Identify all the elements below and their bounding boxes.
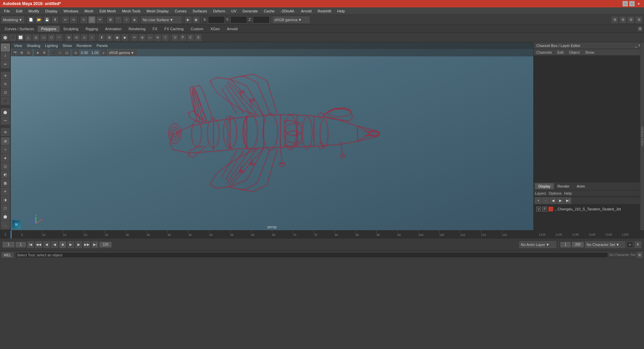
rotate-tool-btn[interactable]: ↻ (1, 80, 10, 88)
layer-color-swatch[interactable] (548, 207, 553, 211)
script-editor-btn[interactable]: ⚙ (637, 252, 643, 258)
layer-new-btn[interactable]: + (535, 197, 542, 204)
go-start-btn[interactable]: |◀ (27, 241, 34, 248)
menu-file[interactable]: File (1, 8, 13, 14)
secondary-timeline[interactable]: 1125 1130 1135 1140 1145 1150 (533, 231, 644, 239)
tab-polygons[interactable]: Polygons (38, 26, 59, 32)
sphere-icon[interactable]: ⬤ (1, 34, 9, 41)
menu-help[interactable]: Help (334, 8, 347, 14)
menu-curves[interactable]: Curves (172, 8, 189, 14)
bp-layers-subtab[interactable]: Layers (535, 191, 546, 195)
menu-surfaces[interactable]: Surfaces (190, 8, 210, 14)
maximize-button[interactable]: □ (629, 1, 635, 6)
menu-mesh-display[interactable]: Mesh Display (144, 8, 171, 14)
layer-type[interactable]: P (542, 207, 547, 211)
menu-arnold[interactable]: Arnold (298, 8, 314, 14)
range-start-input[interactable] (16, 242, 26, 247)
undo-icon[interactable]: ↩ (62, 16, 69, 23)
play-back-btn[interactable]: ◀ (51, 241, 58, 248)
helix-icon[interactable]: 〰 (55, 34, 63, 41)
boolean-diff-icon[interactable]: ∩ (88, 34, 96, 41)
bp-render-tab[interactable]: Render (554, 183, 573, 189)
layer-next-btn[interactable]: ▶ (557, 197, 564, 204)
cb-show-tab[interactable]: Show (584, 50, 596, 55)
next-key-btn[interactable]: ▶ (75, 241, 82, 248)
plane-icon[interactable]: ▭ (40, 34, 47, 41)
wireframe-btn[interactable]: ◫ (1, 162, 10, 170)
snap-grid-btn[interactable]: ⊞ (1, 137, 10, 145)
anim-layer-dropdown[interactable]: No Anim Layer ▼ (519, 241, 556, 248)
xray-btn[interactable]: ⬡ (1, 204, 10, 212)
layer-end-btn[interactable]: ▶| (565, 197, 571, 204)
mel-mode-button[interactable]: MEL (1, 252, 14, 258)
bp-display-tab[interactable]: Display (535, 183, 554, 189)
settings-icon2[interactable]: ⚙ (619, 16, 627, 23)
snap-curve-icon[interactable]: ⌒ (115, 16, 122, 23)
open-scene-icon[interactable]: 📂 (35, 16, 43, 23)
menu-deform[interactable]: Deform (210, 8, 228, 14)
more-btn[interactable]: … (1, 221, 10, 229)
tab-animation[interactable]: Animation (102, 26, 125, 32)
soft-mod-tool-btn[interactable]: ⬤ (1, 108, 10, 116)
prev-key-btn[interactable]: ◀ (43, 241, 50, 248)
current-frame-input[interactable] (3, 242, 14, 247)
lasso-select-icon[interactable]: ⬡ (88, 16, 96, 23)
tab-fx[interactable]: FX (149, 26, 161, 32)
sculpt-tool-btn[interactable]: 〜 (1, 117, 10, 124)
character-set-dropdown[interactable]: No Character Set ▼ (585, 241, 625, 248)
bp-anim-tab[interactable]: Anim (573, 183, 588, 189)
go-end-btn[interactable]: ▶| (92, 241, 98, 248)
close-button[interactable]: ✕ (636, 1, 641, 6)
render-icon[interactable]: ▶ (184, 16, 192, 23)
combine-icon[interactable]: ⊕ (65, 34, 72, 41)
autokey-btn[interactable]: ● (627, 241, 633, 248)
channel-box-minimize[interactable]: _ (635, 43, 637, 48)
settings-icon3[interactable]: ⚙ (627, 16, 635, 23)
settings-icon4[interactable]: ⚙ (635, 16, 643, 23)
cb-edit-tab[interactable]: Edit (556, 50, 565, 55)
menu-cache[interactable]: Cache (261, 8, 277, 14)
cube-icon[interactable]: ⬛ (9, 34, 16, 41)
shelf-settings-icon[interactable]: ⚙ (637, 26, 643, 32)
snap-point-icon[interactable]: ⊹ (123, 16, 130, 23)
snap-surf-btn[interactable]: ◈ (1, 154, 10, 162)
bridge-icon[interactable]: ⊞ (106, 34, 113, 41)
cb-object-tab[interactable]: Object (568, 50, 581, 55)
shadow-btn[interactable]: ◑ (1, 196, 10, 204)
layer-delete-btn[interactable]: - (542, 197, 549, 204)
bp-options-subtab[interactable]: Options (549, 191, 561, 195)
isolate-btn[interactable]: ⬤ (1, 213, 10, 220)
new-scene-icon[interactable]: 📄 (27, 16, 35, 23)
fill-hole-icon[interactable]: ◉ (113, 34, 121, 41)
workspace-dropdown[interactable]: Modeling ▼ (1, 16, 24, 23)
scale-tool-btn[interactable]: ⊡ (1, 89, 10, 96)
reduce-icon[interactable]: ▽ (162, 34, 169, 41)
tab-rendering[interactable]: Rendering (125, 26, 149, 32)
planar-map-icon[interactable]: P (179, 34, 186, 41)
menu-edit[interactable]: Edit (13, 8, 25, 14)
stop-btn[interactable]: ■ (59, 241, 66, 248)
menu-edit-mesh[interactable]: Edit Mesh (97, 8, 119, 14)
tab-arnold-tab[interactable]: Arnold (224, 26, 241, 32)
settings-icon1[interactable]: ⚙ (611, 16, 619, 23)
paint-tool-btn[interactable]: ✏ (1, 60, 10, 68)
gamma-dropdown[interactable]: sRGB gamma ▼ (273, 16, 310, 23)
menu-windows[interactable]: Windows (61, 8, 81, 14)
multi-cut-icon[interactable]: ✂ (131, 34, 138, 41)
redo-icon[interactable]: ↪ (70, 16, 77, 23)
universal-tool-btn[interactable]: ⬛ (1, 97, 10, 105)
timeline-inner[interactable]: 5 10 15 20 25 30 35 40 45 50 55 60 65 (11, 231, 533, 239)
layer-prev-btn[interactable]: ◀ (550, 197, 556, 204)
paint-select-icon[interactable]: ✏ (96, 16, 104, 23)
menu-mesh[interactable]: Mesh (82, 8, 96, 14)
layer-visibility[interactable]: V (536, 207, 541, 211)
save-scene-icon[interactable]: 💾 (43, 16, 51, 23)
tab-curves-surfaces[interactable]: Curves / Surfaces (1, 26, 37, 32)
menu-display[interactable]: Display (43, 8, 60, 14)
cone-icon[interactable]: △ (24, 34, 32, 41)
tab-xgen[interactable]: XGen (207, 26, 223, 32)
tab-sculpting[interactable]: Sculpting (60, 26, 82, 32)
select-tool-btn[interactable]: ↖ (1, 44, 10, 51)
shaded-btn[interactable]: ◩ (1, 171, 10, 179)
disk-icon[interactable]: ⬡ (48, 34, 55, 41)
